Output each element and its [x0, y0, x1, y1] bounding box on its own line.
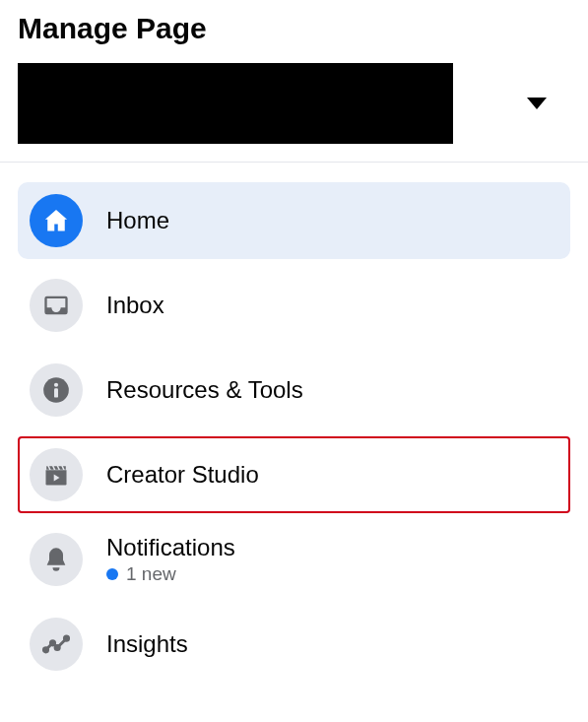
nav-sub-notifications-text: 1 new — [126, 563, 176, 585]
info-icon — [30, 363, 83, 417]
nav-label-insights: Insights — [106, 630, 188, 658]
nav-label-notifications: Notifications — [106, 534, 235, 561]
nav-item-home[interactable]: Home — [18, 182, 570, 259]
nav-item-notifications[interactable]: Notifications 1 new — [18, 521, 570, 598]
nav-sub-notifications: 1 new — [106, 563, 235, 585]
inbox-icon — [30, 279, 83, 332]
dot-icon — [106, 568, 118, 580]
insights-icon — [30, 618, 83, 671]
nav-item-insights[interactable]: Insights — [18, 606, 570, 683]
divider — [0, 162, 588, 163]
svg-point-6 — [50, 641, 54, 645]
nav-label-home: Home — [106, 207, 169, 234]
home-icon — [30, 194, 83, 247]
svg-rect-1 — [50, 304, 58, 306]
nav-label-resources: Resources & Tools — [106, 376, 303, 404]
svg-rect-4 — [54, 388, 58, 397]
svg-point-7 — [55, 645, 59, 649]
nav-label-creator-studio: Creator Studio — [106, 461, 259, 489]
bell-icon — [30, 533, 83, 586]
svg-point-8 — [64, 636, 68, 640]
page-thumbnail — [18, 63, 453, 144]
svg-point-5 — [43, 648, 47, 652]
clapperboard-icon — [30, 448, 83, 501]
page-selector[interactable] — [18, 63, 570, 144]
svg-point-3 — [54, 383, 58, 387]
svg-rect-0 — [50, 300, 62, 302]
nav-item-resources[interactable]: Resources & Tools — [18, 352, 570, 428]
nav-label-inbox: Inbox — [106, 292, 164, 319]
nav-list: Home Inbox Resources & Tools Cre — [18, 182, 570, 683]
nav-item-inbox[interactable]: Inbox — [18, 267, 570, 344]
page-title: Manage Page — [18, 12, 570, 45]
nav-item-creator-studio[interactable]: Creator Studio — [18, 436, 570, 513]
chevron-down-icon — [527, 98, 547, 109]
